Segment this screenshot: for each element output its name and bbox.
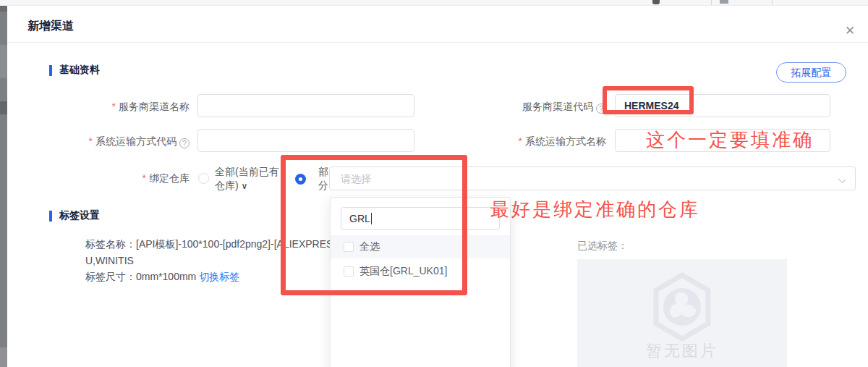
section-label-header: 标签设置: [49, 209, 100, 222]
system-transport-code-input[interactable]: [197, 129, 414, 152]
search-value: GRL: [349, 213, 370, 224]
question-icon[interactable]: ?: [179, 138, 190, 148]
dropdown-option-select-all[interactable]: 全选: [331, 235, 510, 258]
system-transport-name-label: *系统运输方式名称: [441, 135, 606, 148]
section-basic-header: 基础资料: [49, 64, 100, 77]
divider: [7, 42, 868, 43]
add-channel-modal: 新增渠道 ✕ 基础资料 拓展配置 *服务商渠道名称 服务商渠道代码? *系统运输…: [7, 6, 868, 367]
label-name-prefix: 标签名称：: [85, 238, 136, 250]
section-accent-bar: [49, 211, 52, 222]
background-band: [0, 6, 7, 12]
divider: [772, 0, 773, 5]
background-band: [0, 45, 7, 78]
question-icon[interactable]: ?: [596, 104, 606, 114]
background-icon: [720, 0, 728, 4]
expand-config-button[interactable]: 拓展配置: [776, 62, 846, 83]
warehouse-select[interactable]: 请选择: [329, 166, 856, 190]
system-transport-code-label: *系统运输方式代码?: [43, 135, 190, 148]
background-icon: [652, 0, 660, 4]
dropdown-option-uk-warehouse[interactable]: 英国仓[GRL_UK01]: [331, 260, 510, 283]
switch-label-link[interactable]: 切换标签: [199, 271, 239, 282]
close-icon[interactable]: ✕: [842, 23, 858, 39]
screen: 新增渠道 ✕ 基础资料 拓展配置 *服务商渠道名称 服务商渠道代码? *系统运输…: [0, 0, 868, 367]
radio-warehouse-partial[interactable]: [295, 174, 306, 185]
provider-channel-name-label: *服务商渠道名称: [43, 101, 190, 113]
section-title: 基础资料: [59, 64, 100, 77]
chevron-down-icon: [838, 176, 846, 183]
section-accent-bar: [49, 65, 52, 76]
label-image-placeholder: 暂无图片: [577, 259, 787, 367]
required-mark: *: [112, 101, 116, 112]
required-mark: *: [89, 135, 93, 147]
checkbox-icon[interactable]: [344, 266, 354, 277]
section-title: 标签设置: [59, 209, 100, 222]
background-page-top: [0, 0, 868, 6]
warehouse-search-input[interactable]: GRL: [341, 207, 500, 230]
required-mark: *: [519, 135, 522, 147]
warehouse-dropdown-panel: GRL 全选 英国仓[GRL_UK01]: [330, 197, 511, 367]
background-overlay: [0, 6, 7, 367]
radio-warehouse-all[interactable]: [198, 173, 209, 184]
background-band: [0, 101, 7, 114]
divider: [711, 0, 712, 5]
bind-warehouse-label: *绑定仓库: [43, 172, 190, 185]
required-mark: *: [142, 172, 146, 184]
checkbox-icon[interactable]: [344, 242, 354, 252]
provider-channel-name-input[interactable]: [197, 94, 414, 117]
radio-warehouse-all-label[interactable]: 全部(当前已有仓库) ∨: [215, 165, 287, 193]
label-size-prefix: 标签尺寸：: [85, 271, 136, 282]
selected-label-caption: 已选标签：: [577, 240, 628, 253]
provider-channel-code-input[interactable]: [615, 94, 830, 117]
chevron-down-icon[interactable]: ∨: [242, 181, 248, 191]
system-transport-name-input[interactable]: [615, 129, 830, 152]
label-size-value: 0mm*100mm: [136, 271, 196, 282]
no-image-text: 暂无图片: [577, 340, 787, 362]
text-cursor: [371, 213, 372, 224]
modal-title: 新增渠道: [27, 19, 74, 34]
brand-logo-icon: [652, 272, 712, 342]
provider-channel-code-label: 服务商渠道代码?: [441, 101, 606, 114]
background-band: [0, 347, 7, 367]
select-placeholder: 请选择: [341, 173, 371, 186]
